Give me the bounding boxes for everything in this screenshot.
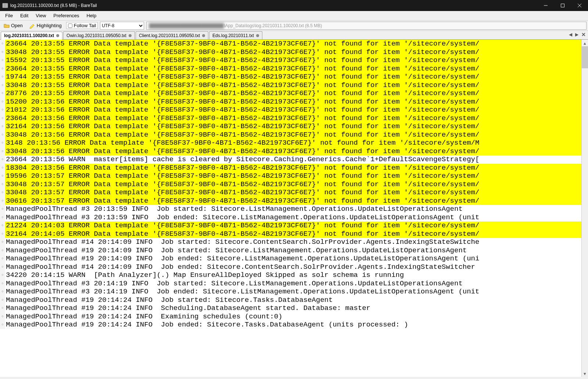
scroll-up-icon[interactable]: ▴ [582,40,588,46]
highlighting-label: Highlighting [37,23,62,28]
menu-view[interactable]: View [32,12,50,19]
log-line[interactable]: ManagedPoolThread #19 20:14:24 INFO Sche… [0,304,588,313]
minimize-button[interactable] [537,0,554,11]
log-line[interactable]: 19596 20:13:57 ERROR Data template '{F8E… [0,172,588,180]
highlighter-icon [29,23,35,29]
log-line[interactable]: ManagedPoolThread #19 20:14:09 INFO Job … [0,255,588,263]
open-label: Open [11,23,23,28]
tab-prev-icon[interactable]: ◀ [568,32,573,37]
log-line[interactable]: 33048 20:13:56 ERROR Data template '{F8E… [0,131,588,139]
log-text: ManagedPoolThread #3 20:14:19 INFO Job e… [5,288,588,296]
vertical-scrollbar[interactable]: ▴ ▾ [581,40,588,377]
log-line[interactable]: 21224 20:14:03 ERROR Data template '{F8E… [0,221,588,230]
gutter-marker-icon [0,73,5,81]
gutter-marker-icon [0,89,5,98]
log-line[interactable]: ManagedPoolThread #3 20:13:59 INFO Job s… [0,205,588,213]
highlighting-button[interactable]: Highlighting [27,22,64,29]
log-line[interactable]: ManagedPoolThread #3 20:13:59 INFO Job e… [0,213,588,222]
menu-edit[interactable]: Edit [17,12,32,19]
gutter-marker-icon [0,155,5,164]
gutter-marker-icon [0,147,5,156]
menu-file[interactable]: File [1,12,17,19]
log-text: 15592 20:13:55 ERROR Data template '{F8E… [5,56,588,65]
log-line[interactable]: 33048 20:13:57 ERROR Data template '{F8E… [0,180,588,189]
log-line[interactable]: 34220 20:14:15 WARN [Path Analyzer](.) M… [0,271,588,279]
gutter-marker-icon [0,304,5,313]
log-line[interactable]: 33048 20:13:55 ERROR Data template '{F8E… [0,48,588,57]
log-line[interactable]: 33048 20:13:55 ERROR Data template '{F8E… [0,81,588,90]
log-text: 19596 20:13:57 ERROR Data template '{F8E… [5,172,588,180]
log-line[interactable]: 30616 20:13:57 ERROR Data template '{F8E… [0,197,588,205]
log-text: 15200 20:13:56 ERROR Data template '{F8E… [5,98,588,106]
gutter-marker-icon [0,230,5,238]
log-line[interactable]: 19744 20:13:55 ERROR Data template '{F8E… [0,73,588,81]
log-text: 34220 20:14:15 WARN [Path Analyzer](.) M… [5,271,588,279]
open-button[interactable]: Open [1,22,25,29]
gutter-marker-icon [0,106,5,114]
log-line[interactable]: 33048 20:13:57 ERROR Data template '{F8E… [0,188,588,197]
maximize-button[interactable] [554,0,571,11]
log-line[interactable]: 28776 20:13:55 ERROR Data template '{F8E… [0,89,588,98]
log-line[interactable]: 15200 20:13:56 ERROR Data template '{F8E… [0,98,588,106]
tab[interactable]: Client.log.20210311.095050.txt [136,31,208,39]
scroll-thumb[interactable] [582,46,588,68]
gutter-marker-icon [0,122,5,131]
log-text: 18304 20:13:56 ERROR Data template '{F8E… [5,164,588,172]
log-line[interactable]: ManagedPoolThread #19 20:14:24 INFO Exam… [0,313,588,321]
svg-rect-5 [561,4,564,7]
log-text: 23664 20:13:55 ERROR Data template '{F8E… [5,65,588,73]
log-line[interactable]: ManagedPoolThread #19 20:14:09 INFO Job … [0,246,588,255]
gutter-marker-icon [0,238,5,246]
tab[interactable]: Owin.log.20210311.095050.txt [63,31,135,39]
log-line[interactable]: ManagedPoolThread #19 20:14:24 INFO Job … [0,321,588,329]
log-line[interactable]: 23664 20:13:55 ERROR Data template '{F8E… [0,65,588,73]
log-line[interactable]: ManagedPoolThread #14 20:14:09 INFO Job … [0,263,588,271]
tab[interactable]: Eds.log.20210311.txt [209,31,262,39]
tab-label: log.20210311.100200.txt [4,33,54,38]
log-line[interactable]: 23664 20:13:55 ERROR Data template '{F8E… [0,40,588,48]
gutter-marker-icon [0,48,5,57]
gutter-marker-icon [0,221,5,230]
log-text: ManagedPoolThread #14 20:14:09 INFO Job … [5,263,588,271]
menu-preferences[interactable]: Preferences [50,12,83,19]
folder-open-icon [4,23,10,29]
tab-next-icon[interactable]: ▶ [574,32,579,37]
log-text: ManagedPoolThread #19 20:14:24 INFO Sche… [5,304,588,313]
log-line[interactable]: 21012 20:13:56 ERROR Data template '{F8E… [0,106,588,114]
gutter-marker-icon [0,246,5,255]
encoding-select[interactable]: UTF-8 [100,22,144,30]
follow-tail-toggle[interactable]: Follow Tail [66,22,98,29]
log-line[interactable]: 32164 20:14:05 ERROR Data template '{F8E… [0,230,588,238]
log-line[interactable]: ManagedPoolThread #3 20:14:19 INFO Job e… [0,288,588,296]
log-line[interactable]: ManagedPoolThread #14 20:14:09 INFO Job … [0,238,588,246]
log-text: ManagedPoolThread #19 20:14:24 INFO Exam… [5,313,588,321]
log-line[interactable]: 18304 20:13:56 ERROR Data template '{F8E… [0,164,588,172]
follow-tail-checkbox[interactable] [68,24,72,28]
resize-grip[interactable] [0,377,588,379]
log-text: ManagedPoolThread #3 20:13:59 INFO Job s… [5,205,588,213]
log-line[interactable]: 32164 20:13:56 ERROR Data template '{F8E… [0,122,588,131]
close-button[interactable] [571,0,588,11]
log-text: ManagedPoolThread #3 20:13:59 INFO Job e… [5,213,588,222]
log-line[interactable]: ManagedPoolThread #3 20:14:19 INFO Job s… [0,279,588,288]
log-line[interactable]: 33048 20:13:56 ERROR Data template '{F8E… [0,147,588,156]
tab-close-icon[interactable]: ✕ [581,32,587,37]
log-text: ManagedPoolThread #19 20:14:09 INFO Job … [5,255,588,263]
log-line[interactable]: ManagedPoolThread #19 20:14:24 INFO Job … [0,296,588,304]
gutter-marker-icon [0,164,5,172]
gutter-marker-icon [0,65,5,73]
log-line[interactable]: 3148 20:13:56 ERROR Data template '{F8E5… [0,139,588,147]
menu-help[interactable]: Help [83,12,100,19]
gutter-marker-icon [0,40,5,48]
log-line[interactable]: 23664 20:13:56 ERROR Data template '{F8E… [0,114,588,123]
log-line[interactable]: 23664 20:13:56 WARN master[items] cache … [0,155,588,164]
log-text: ManagedPoolThread #19 20:14:24 INFO Job … [5,296,588,304]
log-area[interactable]: 23664 20:13:55 ERROR Data template '{F8E… [0,40,588,377]
log-text: 33048 20:13:56 ERROR Data template '{F8E… [5,147,588,156]
scroll-down-icon[interactable]: ▾ [582,370,588,377]
gutter-marker-icon [0,279,5,288]
tab[interactable]: log.20210311.100200.txt [1,32,62,40]
log-line[interactable]: 15592 20:13:55 ERROR Data template '{F8E… [0,56,588,65]
gutter-marker-icon [0,296,5,304]
toolbar: Open Highlighting Follow Tail UTF-8 ████… [0,21,588,31]
